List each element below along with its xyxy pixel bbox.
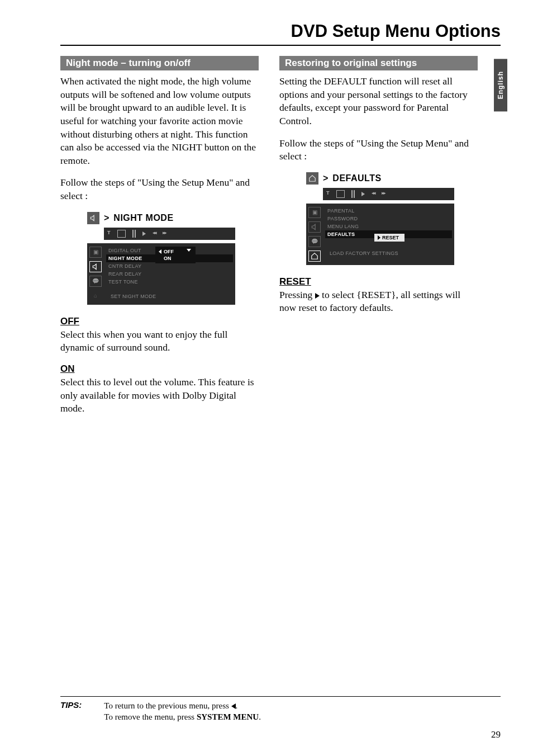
subheading-on: ON — [60, 363, 259, 375]
restore-description: Setting the DEFAULT function will reset … — [279, 75, 478, 128]
on-description: Select this to level out the volume. Thi… — [60, 376, 259, 415]
osd-side-icon — [308, 221, 321, 233]
osd-top-icon — [336, 190, 345, 198]
fast-forward-icon: ▸▸ — [382, 190, 385, 198]
osd-value-panel: RESET — [374, 234, 404, 242]
breadcrumb-label: NIGHT MODE — [113, 213, 173, 223]
osd-row: PARENTAL — [325, 207, 452, 215]
osd-top-icon: T — [326, 190, 330, 198]
osd-top-bar: T ◂◂ ▸▸ — [104, 228, 235, 240]
subheading-off: OFF — [60, 316, 259, 327]
chevron-left-icon — [159, 249, 161, 254]
osd-row: CNTR DELAY — [106, 262, 233, 270]
speaker-icon — [87, 212, 99, 224]
osd-side-icon: ▣ — [308, 207, 321, 218]
chevron-down-icon — [187, 249, 191, 252]
restore-instruction: Follow the steps of "Using the Setup Men… — [279, 137, 478, 163]
home-icon — [306, 172, 318, 185]
tips-bar: TIPS: To return to the previous menu, pr… — [60, 696, 501, 723]
osd-sidebar: ▣ 💬 — [306, 204, 323, 265]
osd-value-panel: OFF ON — [155, 247, 196, 263]
breadcrumb-defaults: > DEFAULTS — [306, 172, 478, 185]
back-icon — [231, 703, 236, 709]
osd-row: TEST TONE — [106, 278, 233, 286]
osd-top-icon: T — [107, 230, 111, 238]
osd-side-icon: ▣ — [89, 247, 102, 258]
night-mode-instruction: Follow the steps of "Using the Setup Men… — [60, 176, 259, 202]
play-icon — [361, 192, 365, 196]
breadcrumb-label: DEFAULTS — [332, 173, 381, 183]
section-heading-restore: Restoring to original settings — [279, 56, 478, 70]
play-icon — [315, 293, 320, 299]
off-description: Select this when you want to enjoy the f… — [60, 328, 259, 355]
osd-side-icon: 💬 — [89, 276, 102, 287]
osd-defaults: T ◂◂ ▸▸ ▣ 💬 PARENTAL PASSWORD MENU LA — [306, 188, 454, 265]
osd-top-icon — [117, 230, 126, 238]
chevron-right-icon: > — [104, 213, 109, 223]
title-rule — [60, 45, 501, 46]
osd-row: MENU LANG — [325, 223, 452, 230]
night-mode-description: When activated the night mode, the high … — [60, 75, 259, 167]
osd-top-icon — [351, 190, 355, 198]
subheading-reset: RESET — [279, 276, 478, 287]
osd-side-icon-active — [308, 251, 321, 262]
play-icon — [142, 231, 146, 236]
osd-side-icon: ⌂ — [89, 290, 102, 301]
chevron-right-icon — [378, 235, 380, 240]
tips-label: TIPS: — [60, 700, 82, 723]
reset-description: Pressing to select {RESET}, all settings… — [279, 289, 478, 315]
fast-forward-icon: ▸▸ — [163, 230, 166, 238]
page-number: 29 — [491, 729, 501, 740]
osd-sidebar: ▣ 💬 ⌂ — [87, 243, 104, 305]
osd-top-bar: T ◂◂ ▸▸ — [323, 188, 454, 200]
osd-night-mode: T ◂◂ ▸▸ ▣ 💬 ⌂ DIGITAL OUT NIGHT MODE CNT… — [87, 228, 235, 305]
page-title: DVD Setup Menu Options — [291, 21, 501, 41]
osd-list: DIGITAL OUT NIGHT MODE CNTR DELAY REAR D… — [104, 243, 235, 305]
rewind-icon: ◂◂ — [153, 230, 156, 238]
language-tab: English — [494, 59, 507, 111]
osd-row: PASSWORD — [325, 215, 452, 223]
osd-side-icon-active — [89, 261, 102, 272]
breadcrumb-night-mode: > NIGHT MODE — [87, 212, 259, 224]
rewind-icon: ◂◂ — [372, 190, 375, 198]
chevron-right-icon: > — [323, 173, 328, 183]
tips-text: To return to the previous menu, press . … — [104, 700, 261, 723]
osd-side-icon: 💬 — [308, 236, 321, 247]
osd-hint: SET NIGHT MODE — [106, 286, 233, 301]
osd-list: PARENTAL PASSWORD MENU LANG DEFAULTS RES… — [323, 204, 454, 265]
osd-row: REAR DELAY — [106, 270, 233, 278]
section-heading-night-mode: Night mode – turning on/off — [60, 56, 259, 70]
osd-top-icon — [132, 230, 136, 238]
